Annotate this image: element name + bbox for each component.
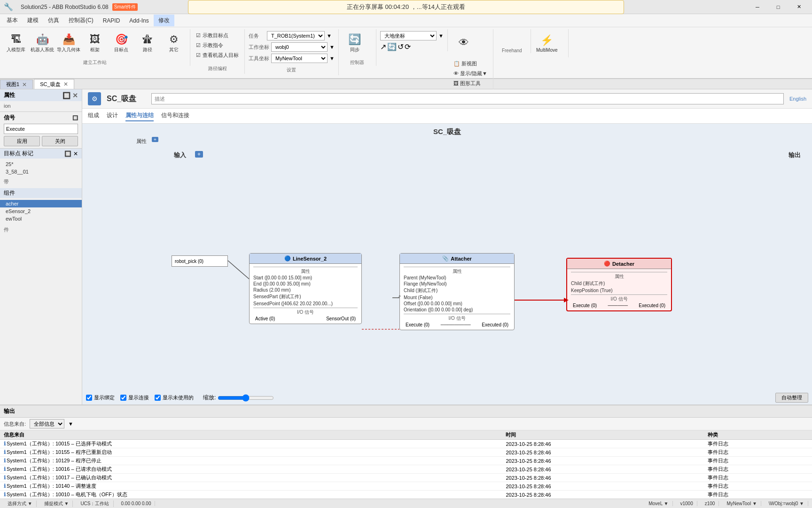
status-zone[interactable]: z100 <box>701 501 719 506</box>
sc-nav-properties[interactable]: 属性与连结 <box>125 111 154 121</box>
coord-icon-4[interactable]: ⟳ <box>405 42 411 51</box>
cb-show-connect-input[interactable] <box>120 395 126 401</box>
menu-rapid[interactable]: RAPID <box>98 16 125 26</box>
close-button[interactable]: 关闭 <box>42 136 78 146</box>
graphic-tool-btn[interactable]: 🖼 图形工具 <box>452 79 489 88</box>
sc-nav-design[interactable]: 设计 <box>107 111 118 121</box>
output-header: 输出 <box>0 405 812 418</box>
signal-expand[interactable]: 🔲 <box>72 115 78 120</box>
task-select[interactable]: T_ROB1(System1) <box>267 31 325 40</box>
coord-icon-2[interactable]: 🔄 <box>387 42 397 51</box>
cb-show-bind[interactable]: 显示绑定 <box>86 394 115 401</box>
input-expand-btn[interactable]: + <box>195 151 203 158</box>
component-acher[interactable]: acher <box>0 200 82 207</box>
panel-close-btn[interactable]: ✕ <box>72 92 78 99</box>
new-view-btn[interactable]: 📋 新视图 <box>452 59 489 68</box>
tab-view1[interactable]: 视图1 ✕ <box>0 79 33 89</box>
tab-view1-close[interactable]: ✕ <box>22 81 27 88</box>
tool-multimove[interactable]: ⚡ MultiMove <box>535 29 559 57</box>
node-detacher[interactable]: 🔴 Detacher 属性 Child (测试工件) KeepPosition … <box>566 258 672 311</box>
tool-select[interactable]: MyNewTool <box>271 54 328 63</box>
tool-sync[interactable]: 🔄 同步 <box>343 29 367 57</box>
sc-language[interactable]: English <box>789 96 806 102</box>
tab-sc-close[interactable]: ✕ <box>63 81 68 87</box>
output-cell-time-0: 2023-10-25 8:28:46 <box>502 440 703 448</box>
toolbar-dropdowns: 任务 T_ROB1(System1) ▼ 工作坐标 wobj0 ▼ 工具坐标 M… <box>245 29 339 75</box>
output-top-label: 输出 <box>789 151 801 159</box>
targets-expand[interactable]: 🔲 <box>64 151 71 157</box>
status-tool[interactable]: MyNewTool ▼ <box>723 501 761 506</box>
component-sensor[interactable]: eSensor_2 <box>0 207 82 215</box>
checkbox-teach-cmd: ☑ <box>196 42 201 48</box>
output-cell-type-5: 事件日志 <box>704 482 812 491</box>
output-row-0: ℹSystem1（工作站）: 10015 – 已选择手动模式 2023-10-2… <box>0 440 812 448</box>
status-wobj[interactable]: \WObj:=wobj0 ▼ <box>765 501 808 506</box>
zoom-slider[interactable] <box>218 394 274 402</box>
menu-basic[interactable]: 基本 <box>2 15 23 26</box>
close-button[interactable]: ✕ <box>789 2 808 12</box>
sc-nav: 组成 设计 属性与连结 信号和连接 <box>82 109 812 124</box>
panel-collapse-btn[interactable]: 🔲 <box>62 92 70 99</box>
node-attacher[interactable]: 📎 Attacher 属性 Parent (MyNewTool) Flange … <box>399 253 515 330</box>
checkbox-teach-target[interactable]: ☑ <box>196 32 201 39</box>
apply-button[interactable]: 应用 <box>4 136 40 146</box>
maximize-button[interactable]: □ <box>769 2 788 12</box>
title-text: Solution25 - ABB RobotStudio 6.08 <box>21 4 109 10</box>
coord-select[interactable]: 大地坐标 <box>380 31 437 40</box>
component-tool[interactable]: ewTool <box>0 215 82 222</box>
toolbar-teach-target[interactable]: ☑ 示教目标点 <box>194 31 241 40</box>
filter-select[interactable]: 全部信息 <box>30 419 64 429</box>
tab-sc[interactable]: SC_吸盘 ✕ <box>34 79 74 89</box>
output-cell-info-2: ℹSystem1（工作站）: 10129 – 程序已停止 <box>0 457 502 465</box>
output-cell-info-1: ℹSystem1（工作站）: 10155 – 程序已重新启动 <box>0 448 502 457</box>
tool-import-geometry[interactable]: 📥 导入几何体 <box>56 29 81 57</box>
filter-label: 信息来自: <box>4 421 26 428</box>
cb-show-connect[interactable]: 显示连接 <box>120 394 149 401</box>
output-table: 信息来自 时间 种类 ℹSystem1（工作站）: 10015 – 已选择手动模… <box>0 430 812 499</box>
menu-simulation[interactable]: 仿真 <box>43 15 64 26</box>
sc-description-input[interactable] <box>151 93 784 104</box>
toolbar-teach-cmd[interactable]: ☑ 示教指令 <box>194 41 241 50</box>
tool-robot-system[interactable]: 🤖 机器人系统 <box>30 29 55 57</box>
menu-modeling[interactable]: 建模 <box>23 15 43 26</box>
status-speed[interactable]: v1000 <box>677 501 697 506</box>
coord-icon-3[interactable]: ↺ <box>398 42 404 51</box>
sc-nav-signals[interactable]: 信号和连接 <box>161 111 189 121</box>
show-hide-btn[interactable]: 👁 显示/隐藏▼ <box>452 69 489 78</box>
parts-label: 件 <box>0 224 82 235</box>
tool-eye[interactable]: 👁 <box>452 29 476 57</box>
stream-text: 正在分享屏幕 00:04:20 ，...等14人正在观看 <box>347 3 465 11</box>
menu-modify[interactable]: 修改 <box>154 15 174 26</box>
toolbar-view-robot-target[interactable]: ☑ 查看机器人目标 <box>194 51 241 60</box>
minimize-button[interactable]: ─ <box>748 2 767 12</box>
tool-path[interactable]: 🛣 路径 <box>135 29 160 57</box>
node-linesensor-header: 🔵 LineSensor_2 <box>250 254 361 264</box>
status-capture-mode[interactable]: 捕捉模式 ▼ <box>40 500 73 507</box>
tool-other[interactable]: ⚙ 其它 <box>162 29 186 57</box>
menu-controller[interactable]: 控制器(C) <box>64 15 98 26</box>
status-selection-mode[interactable]: 选择方式 ▼ <box>4 500 37 507</box>
signal-input[interactable] <box>4 124 78 134</box>
coord-icon-1[interactable]: ↗ <box>380 42 386 51</box>
output-data-table: 信息来自 时间 种类 ℹSystem1（工作站）: 10015 – 已选择手动模… <box>0 430 812 499</box>
tool-target[interactable]: 🎯 目标点 <box>109 29 133 57</box>
targets-close[interactable]: ✕ <box>73 151 78 157</box>
tool-frame[interactable]: 🖼 框架 <box>83 29 107 57</box>
node-linesensor[interactable]: 🔵 LineSensor_2 属性 Start ([0.00 0.00 15.0… <box>249 253 362 324</box>
target-item-25[interactable]: 25* <box>0 160 82 168</box>
output-cell-time-2: 2023-10-25 8:28:46 <box>502 457 703 465</box>
workobj-select[interactable]: wobj0 <box>271 42 328 52</box>
menu-addins[interactable]: Add-Ins <box>125 16 153 26</box>
tool-model-library[interactable]: 🏗 入模型库 <box>4 29 28 57</box>
toolbar-side-group: ☑ 示教目标点 ☑ 示教指令 ☑ 查看机器人目标 路径编程 <box>190 29 245 74</box>
status-movetype[interactable]: MoveL ▼ <box>645 501 672 506</box>
auto-arrange-button[interactable]: 自动整理 <box>775 393 808 403</box>
cb-show-unused[interactable]: 显示未使用的 <box>155 394 194 401</box>
target-item-358[interactable]: 3_58__01 <box>0 168 82 175</box>
sc-nav-composition[interactable]: 组成 <box>88 111 99 121</box>
cb-show-unused-input[interactable] <box>155 395 161 401</box>
attr-expand-btn[interactable]: + <box>152 137 158 142</box>
cb-show-bind-input[interactable] <box>86 395 92 401</box>
attacher-icon: 📎 <box>442 255 449 262</box>
toolbar-buttons-basic: 🏗 入模型库 🤖 机器人系统 📥 导入几何体 🖼 框架 🎯 目标点 🛣 <box>4 29 186 57</box>
